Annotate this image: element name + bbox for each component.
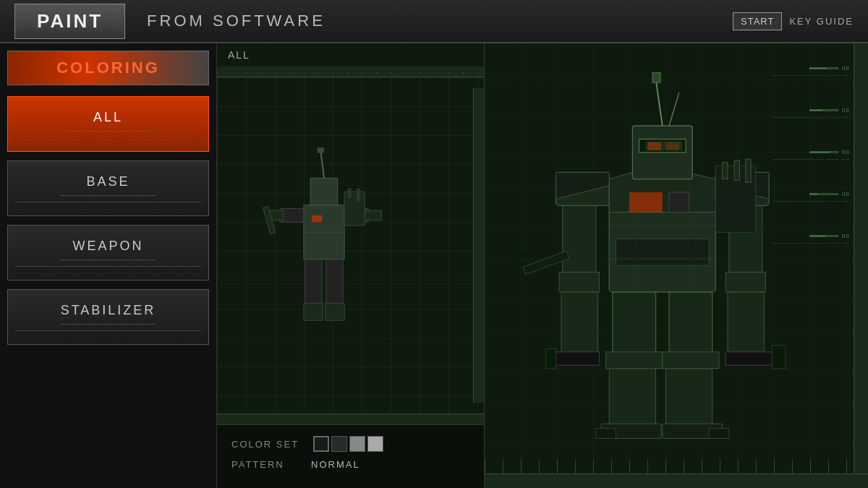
mech-preview-small: [217, 77, 484, 414]
svg-rect-48: [596, 428, 616, 438]
svg-marker-50: [663, 351, 719, 368]
ruler-right: [473, 88, 484, 403]
pattern-label: PATTERN: [231, 459, 297, 470]
svg-rect-11: [325, 303, 344, 320]
right-ruler-bottom: [485, 474, 868, 488]
right-panel: 00 ──────────── ─── ── 00 ──────────── ─…: [485, 43, 868, 488]
mech-large-svg: [503, 53, 835, 465]
svg-rect-37: [553, 351, 599, 364]
svg-rect-42: [726, 351, 779, 364]
svg-line-29: [669, 93, 679, 126]
weapon-button[interactable]: WEAPON ──────────────────: [7, 225, 209, 281]
mech-small-svg: [252, 137, 396, 354]
svg-rect-12: [344, 192, 365, 226]
svg-rect-15: [312, 215, 322, 221]
paint-title: PAINT: [14, 4, 125, 39]
svg-rect-1: [310, 178, 338, 205]
svg-rect-35: [559, 272, 599, 292]
swatch-1[interactable]: [313, 436, 329, 452]
svg-rect-14: [357, 188, 360, 202]
pattern-value: NORMAL: [311, 459, 360, 470]
svg-rect-3: [317, 147, 323, 153]
svg-rect-21: [669, 192, 689, 213]
ruler-bottom: [217, 414, 484, 424]
all-button[interactable]: ALL ──────────────────: [7, 96, 209, 152]
mech-large: [485, 43, 854, 474]
svg-rect-7: [365, 210, 381, 220]
svg-rect-63: [648, 142, 661, 150]
svg-rect-46: [609, 368, 655, 428]
main-content: COLORING ALL ────────────────── BASE ───…: [0, 43, 868, 488]
svg-rect-13: [347, 188, 351, 198]
svg-rect-59: [516, 249, 530, 259]
ruler-top: [217, 67, 484, 77]
svg-rect-53: [709, 428, 729, 438]
left-panel: COLORING ALL ────────────────── BASE ───…: [0, 43, 217, 488]
svg-rect-58: [523, 251, 569, 274]
svg-rect-22: [616, 239, 709, 265]
color-set-label: COLOR SET: [231, 439, 299, 450]
svg-rect-38: [546, 348, 556, 369]
header-subtitle: FROM SOFTWARE: [147, 12, 326, 30]
header-right: START KEY GUIDE: [733, 12, 854, 30]
svg-rect-57: [746, 159, 751, 182]
right-ruler-right: [854, 43, 868, 474]
svg-rect-64: [665, 142, 678, 150]
svg-line-27: [656, 79, 663, 125]
stabilizer-button[interactable]: STABILIZER ──────────────────: [7, 289, 209, 345]
swatch-2[interactable]: [331, 436, 347, 452]
color-swatches[interactable]: [313, 436, 383, 452]
color-set-row: COLOR SET: [231, 436, 469, 452]
coloring-header: COLORING: [7, 51, 209, 85]
preview-label: ALL: [217, 43, 484, 67]
svg-rect-56: [734, 160, 739, 180]
svg-rect-8: [305, 259, 321, 307]
svg-rect-55: [723, 162, 728, 179]
header: PAINT FROM SOFTWARE START KEY GUIDE: [0, 0, 868, 43]
swatch-4[interactable]: [367, 436, 383, 452]
svg-rect-10: [326, 259, 342, 307]
svg-rect-20: [629, 192, 663, 213]
middle-panel: ALL: [217, 43, 485, 488]
bottom-info: COLOR SET PATTERN NORMAL: [217, 424, 484, 488]
svg-rect-40: [726, 272, 765, 292]
swatch-3[interactable]: [349, 436, 365, 452]
base-button[interactable]: BASE ──────────────────: [7, 160, 209, 216]
key-guide-label: KEY GUIDE: [789, 16, 854, 27]
svg-marker-45: [606, 351, 663, 368]
svg-rect-51: [665, 368, 712, 428]
svg-rect-41: [728, 292, 765, 359]
svg-rect-43: [773, 345, 786, 368]
start-button[interactable]: START: [733, 12, 782, 30]
pattern-row: PATTERN NORMAL: [231, 459, 469, 470]
svg-rect-36: [561, 292, 598, 359]
svg-rect-28: [652, 72, 660, 82]
svg-line-2: [320, 150, 324, 178]
svg-rect-9: [303, 303, 322, 320]
